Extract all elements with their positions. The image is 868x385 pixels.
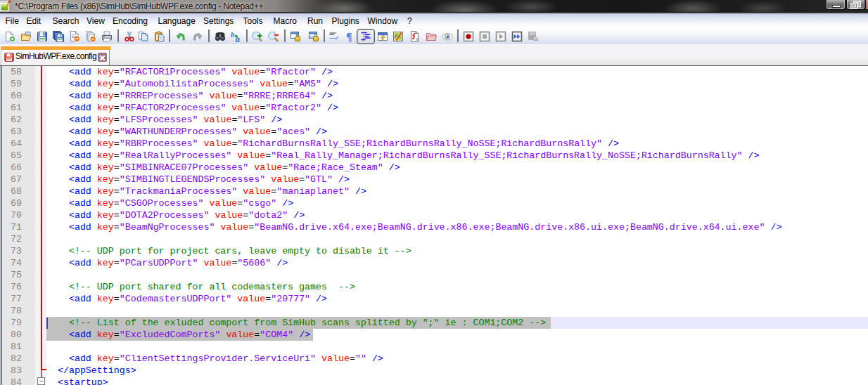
svg-text:a: a (236, 34, 241, 42)
svg-text:¶: ¶ (346, 31, 352, 42)
svg-text:b: b (231, 31, 235, 39)
